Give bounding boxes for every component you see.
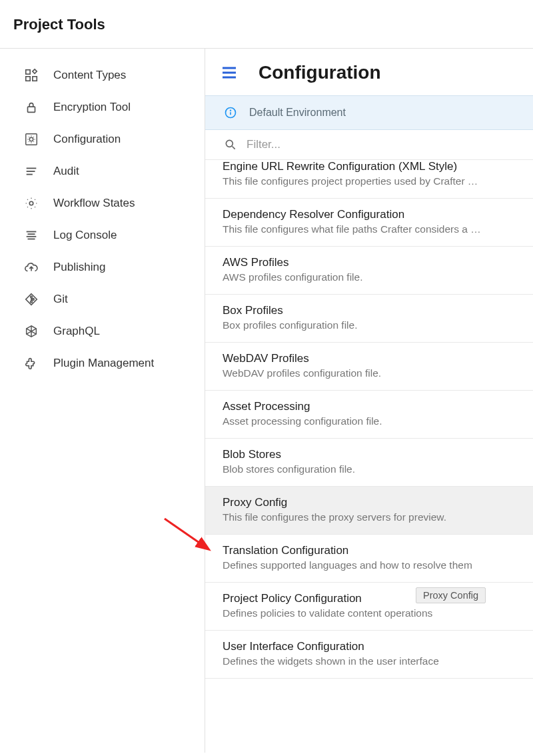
sidebar-item-label: Log Console <box>53 229 117 242</box>
config-item[interactable]: Box Profiles Box profiles configuration … <box>205 295 533 343</box>
sidebar: Content Types Encryption Tool Configurat… <box>0 49 205 753</box>
config-item[interactable]: User Interface Configuration Defines the… <box>205 631 533 679</box>
config-item[interactable]: Blob Stores Blob stores configuration fi… <box>205 439 533 487</box>
config-item-desc: Defines supported languages and how to r… <box>223 559 516 571</box>
widgets-icon <box>24 68 39 83</box>
svg-point-24 <box>231 110 231 111</box>
svg-point-9 <box>29 201 33 205</box>
config-list[interactable]: Engine URL Rewrite Configuration (XML St… <box>205 160 533 753</box>
config-item-desc: WebDAV profiles configuration file. <box>223 367 516 379</box>
extension-icon <box>24 356 39 371</box>
main-panel: Configuration Default Environment Engine… <box>205 49 533 753</box>
svg-line-26 <box>233 147 235 149</box>
config-item-title: Engine URL Rewrite Configuration (XML St… <box>223 160 516 173</box>
config-item-title: Dependency Resolver Configuration <box>223 208 516 221</box>
sidebar-item-content-types[interactable]: Content Types <box>0 59 205 91</box>
config-item-title: Proxy Config <box>223 496 516 509</box>
config-item-title: WebDAV Profiles <box>223 352 516 365</box>
sidebar-item-audit[interactable]: Audit <box>0 155 205 187</box>
sidebar-item-git[interactable]: Git <box>0 283 205 315</box>
environment-banner: Default Environment <box>205 95 533 130</box>
svg-rect-3 <box>28 107 35 112</box>
config-item-desc: AWS profiles configuration file. <box>223 271 516 283</box>
sidebar-item-plugin[interactable]: Plugin Management <box>0 347 205 379</box>
page-title: Configuration <box>259 62 381 83</box>
app-title: Project Tools <box>13 16 520 33</box>
config-item-title: User Interface Configuration <box>223 640 516 653</box>
environment-label: Default Environment <box>249 107 346 119</box>
config-item[interactable]: AWS Profiles AWS profiles configuration … <box>205 247 533 295</box>
config-item-desc: Blob stores configuration file. <box>223 463 516 475</box>
list-icon <box>24 164 39 179</box>
app-header: Project Tools <box>0 0 533 49</box>
config-item-title: Blob Stores <box>223 448 516 461</box>
config-item-desc: Box profiles configuration file. <box>223 319 516 331</box>
sidebar-item-log-console[interactable]: Log Console <box>0 219 205 251</box>
config-item[interactable]: Dependency Resolver Configuration This f… <box>205 199 533 247</box>
filter-input[interactable] <box>247 138 514 151</box>
svg-line-18 <box>31 299 33 299</box>
config-item-desc: Defines policies to validate content ope… <box>223 607 516 619</box>
svg-rect-0 <box>26 70 30 74</box>
lock-icon <box>24 100 39 115</box>
sidebar-item-encryption[interactable]: Encryption Tool <box>0 91 205 123</box>
menu-icon[interactable] <box>221 66 237 79</box>
sidebar-item-label: Git <box>53 293 68 306</box>
config-item[interactable]: Asset Processing Asset processing config… <box>205 391 533 439</box>
config-item-title: Asset Processing <box>223 400 516 413</box>
filter-row <box>205 130 533 160</box>
config-item-desc: This file configures project properties … <box>223 175 516 187</box>
info-icon <box>224 106 237 119</box>
config-item-title: Translation Configuration <box>223 544 516 557</box>
sidebar-item-label: Encryption Tool <box>53 101 131 114</box>
sidebar-item-workflow[interactable]: Workflow States <box>0 187 205 219</box>
svg-rect-1 <box>26 77 30 81</box>
config-item[interactable]: Translation Configuration Defines suppor… <box>205 535 533 583</box>
config-item-desc: Asset processing configuration file. <box>223 415 516 427</box>
config-item-proxy-config[interactable]: Proxy Config This file configures the pr… <box>205 487 533 535</box>
svg-rect-2 <box>33 77 37 81</box>
git-icon <box>24 292 39 307</box>
sidebar-item-label: Audit <box>53 165 79 178</box>
sidebar-item-label: Publishing <box>53 261 105 274</box>
tooltip: Proxy Config <box>416 587 486 603</box>
sidebar-item-label: Plugin Management <box>53 357 154 370</box>
svg-point-14 <box>31 296 33 298</box>
sidebar-item-label: Workflow States <box>53 197 135 210</box>
config-item-desc: Defines the widgets shown in the user in… <box>223 655 516 667</box>
sidebar-item-configuration[interactable]: Configuration <box>0 123 205 155</box>
graphql-icon <box>24 324 39 339</box>
config-item-desc: This file configures the proxy servers f… <box>223 511 516 523</box>
config-item[interactable]: Engine URL Rewrite Configuration (XML St… <box>205 160 533 199</box>
align-icon <box>24 228 39 243</box>
gear-icon <box>24 196 39 211</box>
gear-box-icon <box>24 132 39 147</box>
config-item-title: Box Profiles <box>223 304 516 317</box>
cloud-upload-icon <box>24 260 39 275</box>
config-item[interactable]: WebDAV Profiles WebDAV profiles configur… <box>205 343 533 391</box>
config-item-desc: This file configures what file paths Cra… <box>223 223 516 235</box>
sidebar-item-label: Content Types <box>53 69 126 82</box>
sidebar-item-publishing[interactable]: Publishing <box>0 251 205 283</box>
sidebar-item-graphql[interactable]: GraphQL <box>0 315 205 347</box>
config-item-title: AWS Profiles <box>223 256 516 269</box>
svg-rect-4 <box>26 134 37 145</box>
svg-point-5 <box>29 137 33 141</box>
search-icon <box>224 138 237 151</box>
sidebar-item-label: Configuration <box>53 133 121 146</box>
main-header: Configuration <box>205 49 533 95</box>
svg-point-25 <box>226 140 233 147</box>
sidebar-item-label: GraphQL <box>53 325 100 338</box>
svg-point-15 <box>31 301 33 303</box>
